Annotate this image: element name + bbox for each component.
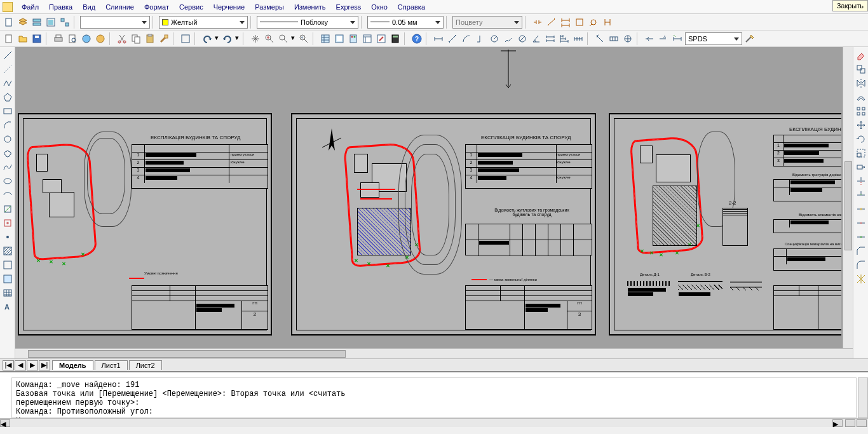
copy-obj-icon[interactable] [855,64,867,75]
trim-icon[interactable] [855,175,867,187]
dist-dim-icon[interactable] [531,16,544,29]
sheetset-icon[interactable] [361,32,374,45]
redo-icon[interactable] [221,32,234,45]
dim-edit-icon[interactable] [643,32,656,45]
print-icon[interactable] [52,32,65,45]
dwf-icon[interactable] [94,32,107,45]
close-button[interactable]: Закрыть [832,0,868,11]
tab-model[interactable]: Модель [52,360,93,370]
dim-alg-icon[interactable] [446,32,459,45]
ws-settings-icon[interactable] [743,32,756,45]
dim3-icon[interactable] [559,16,572,29]
polygon-icon[interactable] [2,92,13,103]
lineweight-dropdown[interactable]: 0.05 мм [367,16,444,29]
revcloud-icon[interactable] [2,147,13,159]
tab-layout2[interactable]: Лист2 [129,360,162,370]
dim-bas-icon[interactable] [558,32,571,45]
cmd-scroll-end1-icon[interactable] [845,419,855,427]
dim4-icon[interactable] [573,16,586,29]
tab-prev-icon[interactable]: ◀ [15,360,26,370]
plotstyle-dropdown[interactable]: Поцвету [452,16,522,29]
menu-edit[interactable]: Правка [44,2,78,12]
pline-icon[interactable] [2,78,13,89]
workspace-dropdown[interactable]: SPDS [685,32,742,45]
canvas-hscroll[interactable] [15,348,853,358]
menu-view[interactable]: Вид [78,2,100,12]
dim-ord-icon[interactable] [474,32,487,45]
line-icon[interactable] [2,50,13,61]
region-icon[interactable] [2,273,13,285]
mtext-icon[interactable]: A [2,301,13,313]
tab-layout1[interactable]: Лист1 [95,360,128,370]
menu-express[interactable]: Express [331,2,367,12]
layer-iso-icon[interactable] [58,16,71,29]
save-icon[interactable] [31,32,43,45]
stretch-icon[interactable] [855,161,867,173]
zoom-prev-icon[interactable] [297,32,310,45]
dim-cen-icon[interactable] [621,32,634,45]
dim-lin-icon[interactable] [432,32,445,45]
zoom-win-icon[interactable] [277,32,290,45]
rect-icon[interactable] [2,105,13,117]
menu-service[interactable]: Сервис [174,2,208,12]
redo-dropdown-icon[interactable]: ▾ [235,34,240,44]
menu-merge[interactable]: Слияние [100,2,139,12]
layer-prev-icon[interactable] [31,16,43,29]
undo-icon[interactable] [201,32,214,45]
xline-icon[interactable] [2,64,13,75]
drawing-canvas[interactable]: ЕКСПЛІКАЦІЯ БУДИНКІВ ТА СПОРУД 1проектує… [15,47,853,358]
explode-icon[interactable] [855,273,867,285]
arc-icon[interactable] [2,119,13,131]
designcenter-icon[interactable] [333,32,346,45]
zoom-dropdown-icon[interactable]: ▾ [291,34,296,44]
dim2-icon[interactable] [545,16,558,29]
undo-dropdown-icon[interactable]: ▾ [215,34,220,44]
calc-icon[interactable] [389,32,402,45]
markup-icon[interactable] [375,32,388,45]
color-dropdown[interactable]: Желтый [159,16,248,29]
new-icon[interactable] [3,32,15,45]
new-file-icon[interactable] [3,16,15,29]
publish-icon[interactable] [80,32,93,45]
dim6-icon[interactable] [601,16,614,29]
zoom-rt-icon[interactable] [263,32,276,45]
circle-icon[interactable] [2,133,13,145]
mirror-icon[interactable] [855,78,867,89]
dim-space-icon[interactable] [593,32,606,45]
match-icon[interactable] [158,32,170,45]
dim-ang-icon[interactable] [530,32,543,45]
linetype-dropdown[interactable]: Поблоку [257,16,358,29]
dim-tol-icon[interactable] [607,32,620,45]
pan-icon[interactable] [249,32,262,45]
erase-icon[interactable] [855,50,867,61]
layers-icon[interactable] [17,16,29,29]
layer-dropdown[interactable] [80,16,150,29]
cmd-scroll-left-icon[interactable]: ◀ [0,419,10,427]
block-icon[interactable] [179,32,192,45]
scale-icon[interactable] [855,147,867,159]
insert-icon[interactable] [2,203,13,215]
copy-icon[interactable] [130,32,142,45]
cmd-scroll-end2-icon[interactable] [857,419,867,427]
offset-icon[interactable] [855,92,867,103]
dim-tedit-icon[interactable]: A [657,32,670,45]
dim5-icon[interactable] [587,16,600,29]
spline-icon[interactable] [2,161,13,173]
cmd-scroll-right-icon[interactable]: ▶ [832,419,843,427]
table-icon[interactable] [2,287,13,299]
array-icon[interactable] [855,105,867,117]
dim-upd-icon[interactable] [671,32,684,45]
ellipse-arc-icon[interactable] [2,189,13,201]
prop-icon[interactable] [319,32,332,45]
menu-draw[interactable]: Черчение [208,2,250,12]
cmd-vscroll[interactable] [858,377,868,418]
hatch-icon[interactable] [2,245,13,257]
chamfer-icon[interactable] [855,245,867,257]
tab-last-icon[interactable]: ▶| [39,360,50,370]
gradient-icon[interactable] [2,259,13,271]
open-icon[interactable] [17,32,29,45]
fillet-icon[interactable] [855,259,867,271]
menu-file[interactable]: Файл [17,2,44,12]
menu-window[interactable]: Окно [366,2,393,12]
dim-dia-icon[interactable] [516,32,529,45]
